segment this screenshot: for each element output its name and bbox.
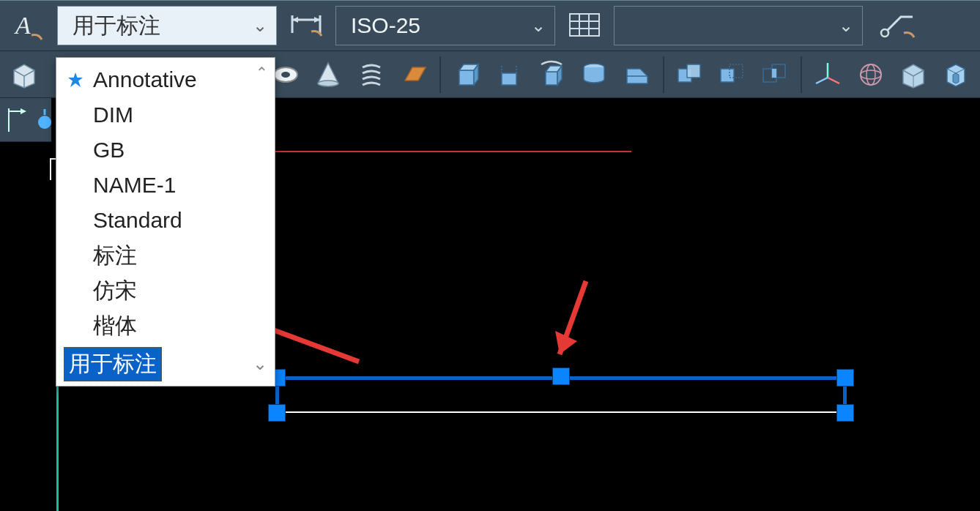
- dropdown-item-label: DIM: [93, 102, 133, 127]
- svg-marker-47: [953, 73, 959, 83]
- revolve-tool[interactable]: [533, 56, 570, 94]
- dropdown-item-label: 楷体: [93, 311, 137, 341]
- cone-tool[interactable]: [310, 56, 346, 94]
- light-tool[interactable]: [34, 104, 56, 136]
- dropdown-item-name1[interactable]: NAME-1: [59, 168, 272, 203]
- text-a-icon: A: [11, 9, 45, 42]
- table-style-combo[interactable]: ⌄: [614, 6, 863, 45]
- grip-top-right[interactable]: [836, 369, 854, 387]
- union-tool[interactable]: [672, 56, 708, 94]
- cyl3d-tool[interactable]: [938, 56, 974, 94]
- svg-point-17: [318, 81, 338, 86]
- grip-bottom-right[interactable]: [836, 404, 854, 422]
- sweep-tool[interactable]: [576, 56, 612, 94]
- text-style-button[interactable]: A: [6, 7, 50, 45]
- dropdown-item-label: 仿宋: [93, 276, 137, 306]
- dropdown-edit-value: 用于标注: [64, 347, 162, 381]
- red-guideline: [272, 151, 631, 152]
- box3d-icon: [897, 58, 930, 92]
- svg-point-41: [861, 64, 881, 85]
- annotation-toolbar-row: A 用于标注 ⌄ ISO-25 ⌄ ⌄: [0, 0, 980, 51]
- svg-point-51: [38, 116, 51, 129]
- scroll-up-icon[interactable]: ⌃: [251, 62, 272, 83]
- svg-text:A: A: [14, 12, 31, 39]
- svg-rect-25: [546, 72, 557, 85]
- extrude-icon: [450, 58, 483, 92]
- dropdown-item-kaiti[interactable]: 楷体: [59, 308, 272, 343]
- chevron-down-icon: ⌄: [253, 354, 267, 374]
- svg-point-15: [281, 72, 290, 78]
- subtract-icon: [716, 58, 749, 92]
- svg-line-56: [560, 281, 586, 354]
- dropdown-item-gb[interactable]: GB: [59, 133, 272, 168]
- separator: [663, 56, 664, 93]
- svg-rect-6: [570, 14, 599, 36]
- intersect-icon: [758, 58, 792, 92]
- box3d-tool[interactable]: [895, 56, 932, 94]
- dim-style-icon: [289, 11, 323, 40]
- expand-icon: [7, 103, 27, 137]
- annotative-icon: [67, 71, 87, 89]
- chevron-down-icon: ⌄: [839, 15, 853, 36]
- revolve-icon: [535, 58, 568, 92]
- dropdown-item-label: NAME-1: [93, 173, 176, 198]
- svg-point-11: [881, 29, 888, 37]
- dropdown-item-label: Annotative: [93, 67, 197, 92]
- svg-line-39: [828, 78, 839, 83]
- separator: [801, 56, 802, 93]
- subtract-tool[interactable]: [714, 56, 751, 94]
- dropdown-item-annotative[interactable]: Annotative: [59, 62, 272, 97]
- mleader-style-button[interactable]: [870, 7, 921, 45]
- separator: [439, 56, 441, 93]
- text-style-combo[interactable]: 用于标注 ⌄: [57, 6, 277, 45]
- union-icon: [673, 58, 707, 92]
- coil-icon: [354, 58, 388, 92]
- ucs-icon: [811, 58, 844, 92]
- chevron-down-icon: ⌄: [253, 15, 267, 36]
- dropdown-item-dim[interactable]: DIM: [59, 97, 272, 133]
- dropdown-edit-row[interactable]: 用于标注 ⌄: [59, 346, 272, 381]
- dim-style-button[interactable]: [284, 7, 328, 45]
- coil-tool[interactable]: [352, 56, 389, 94]
- svg-rect-33: [721, 69, 734, 82]
- plane-icon: [397, 58, 431, 92]
- svg-point-42: [861, 70, 881, 79]
- globe-tool[interactable]: [852, 56, 888, 94]
- dropdown-item-fangsong[interactable]: 仿宋: [59, 273, 272, 308]
- cylinder3d-icon: [939, 58, 973, 92]
- svg-marker-49: [21, 108, 26, 114]
- svg-rect-19: [459, 70, 474, 85]
- grip-mid[interactable]: [552, 368, 570, 385]
- sweep-icon: [577, 58, 611, 92]
- svg-marker-18: [405, 67, 426, 81]
- svg-rect-32: [687, 64, 700, 78]
- ucs-tool[interactable]: [809, 56, 846, 94]
- chevron-down-icon: ⌄: [531, 15, 546, 36]
- wedge-tool[interactable]: [619, 56, 656, 94]
- loft-icon: [492, 58, 526, 92]
- loft-tool[interactable]: [491, 56, 527, 94]
- expand-tool[interactable]: [6, 104, 28, 136]
- text-style-value: 用于标注: [73, 11, 160, 41]
- globe-icon: [854, 58, 888, 92]
- wedge-icon: [620, 58, 654, 92]
- svg-point-43: [866, 64, 875, 85]
- grip-bottom-left[interactable]: [268, 404, 286, 422]
- text-style-dropdown[interactable]: Annotative DIM GB NAME-1 Standard 标注 仿宋 …: [56, 57, 275, 387]
- dim-style-value: ISO-25: [351, 13, 420, 38]
- intersect-tool[interactable]: [757, 56, 793, 94]
- dim-style-combo[interactable]: ISO-25 ⌄: [335, 6, 555, 45]
- dropdown-scrollbar[interactable]: ⌃: [251, 62, 272, 349]
- svg-line-40: [816, 78, 828, 83]
- box-icon: [7, 58, 41, 92]
- dropdown-item-biaozhu[interactable]: 标注: [59, 238, 272, 273]
- dropdown-item-label: 标注: [93, 241, 137, 271]
- plane-tool[interactable]: [396, 56, 432, 94]
- svg-rect-22: [502, 73, 516, 85]
- box-tool[interactable]: [6, 56, 42, 94]
- table-style-button[interactable]: [563, 7, 606, 45]
- dropdown-item-standard[interactable]: Standard: [59, 203, 272, 238]
- extrude-tool[interactable]: [448, 56, 485, 94]
- aux-toolbar-stub: [0, 98, 51, 142]
- mleader-icon: [876, 10, 916, 42]
